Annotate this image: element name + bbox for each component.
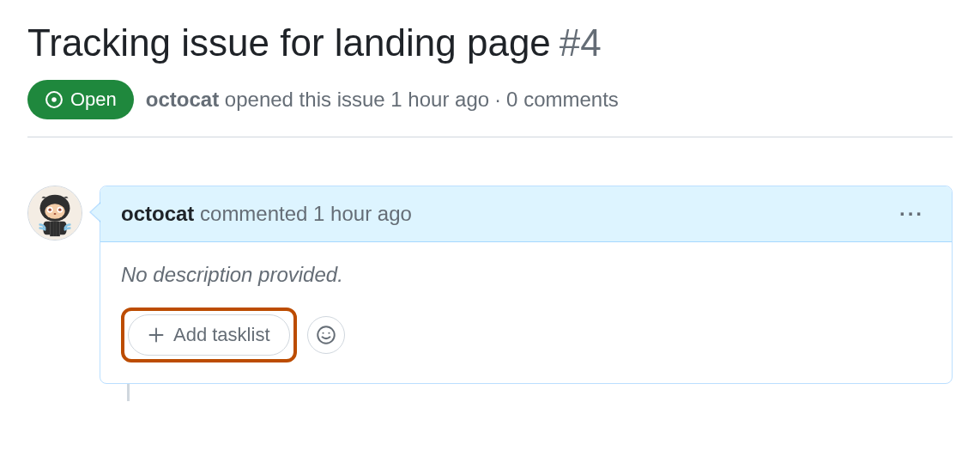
smiley-icon xyxy=(316,325,336,345)
issue-meta-row: Open octocat opened this issue 1 hour ag… xyxy=(27,80,953,119)
comment-box: octocat commented 1 hour ago ··· No desc… xyxy=(100,186,953,384)
svg-rect-11 xyxy=(57,221,60,235)
issue-title-row: Tracking issue for landing page #4 xyxy=(27,21,953,66)
comment-header: octocat commented 1 hour ago ··· xyxy=(100,186,952,242)
comment-action-row: Add tasklist xyxy=(121,308,931,362)
issue-author-link[interactable]: octocat xyxy=(146,88,219,111)
svg-point-7 xyxy=(48,208,51,210)
comment-menu-button[interactable]: ··· xyxy=(892,198,931,229)
comment-body: No description provided. Add tasklist xyxy=(100,242,952,383)
add-tasklist-button[interactable]: Add tasklist xyxy=(128,314,290,356)
issue-header: Tracking issue for landing page #4 Open … xyxy=(27,21,953,119)
svg-point-9 xyxy=(54,213,57,215)
issue-opened-text: opened this issue xyxy=(225,88,385,111)
timeline-connector xyxy=(127,384,130,401)
issue-number: #4 xyxy=(560,21,602,64)
comment-header-text: octocat commented 1 hour ago xyxy=(121,202,412,226)
state-badge-label: Open xyxy=(70,88,117,111)
highlight-annotation: Add tasklist xyxy=(121,308,297,362)
issue-time-ago: 1 hour ago xyxy=(390,88,489,111)
state-badge-open: Open xyxy=(27,80,134,119)
svg-point-1 xyxy=(51,97,57,102)
add-tasklist-label: Add tasklist xyxy=(173,324,270,346)
add-reaction-button[interactable] xyxy=(307,316,345,354)
comment-caret xyxy=(89,202,100,222)
issue-title: Tracking issue for landing page xyxy=(27,21,551,66)
svg-rect-12 xyxy=(53,221,57,235)
plus-icon xyxy=(148,326,165,344)
comment-action: commented xyxy=(200,202,307,225)
octocat-avatar-icon xyxy=(28,186,82,241)
svg-point-15 xyxy=(328,332,330,333)
issue-open-icon xyxy=(45,90,64,109)
svg-point-13 xyxy=(318,326,335,344)
issue-comments-count: 0 comments xyxy=(506,88,619,111)
issue-meta-text: octocat opened this issue 1 hour ago · 0… xyxy=(146,88,619,112)
svg-point-14 xyxy=(322,332,324,333)
no-description-text: No description provided. xyxy=(121,263,931,287)
svg-rect-10 xyxy=(50,221,53,235)
avatar[interactable] xyxy=(27,186,82,241)
header-divider xyxy=(27,137,953,137)
comment-time-ago[interactable]: 1 hour ago xyxy=(313,202,412,225)
meta-separator: · xyxy=(495,88,501,111)
timeline: octocat commented 1 hour ago ··· No desc… xyxy=(27,186,953,384)
comment-author-link[interactable]: octocat xyxy=(121,202,194,225)
svg-point-8 xyxy=(58,208,61,210)
